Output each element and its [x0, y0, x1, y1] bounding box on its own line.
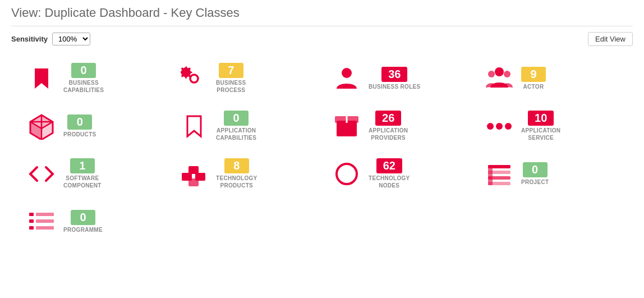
- svg-point-12: [487, 123, 494, 130]
- technology-products-label: TECHNOLOGYPRODUCTS: [216, 175, 257, 189]
- business-capabilities-label: BUSINESSCAPABILITIES: [63, 79, 104, 94]
- business-capabilities-count: 0: [71, 63, 96, 78]
- application-service-icon: [484, 111, 514, 141]
- svg-rect-16: [188, 166, 199, 174]
- business-process-count: 7: [219, 63, 243, 78]
- tile-technology-products[interactable]: 8 TECHNOLOGYPRODUCTS: [169, 153, 322, 195]
- application-providers-label: APPLICATIONPROVIDERS: [369, 127, 408, 141]
- svg-rect-9: [337, 121, 357, 136]
- svg-point-1: [342, 68, 352, 78]
- project-count: 0: [523, 162, 548, 177]
- project-info: 0 PROJECT: [521, 162, 549, 186]
- svg-rect-25: [29, 213, 34, 216]
- svg-rect-30: [36, 226, 54, 230]
- tile-programme[interactable]: 0 PROGRAMME: [17, 200, 169, 242]
- business-roles-count: 36: [381, 67, 407, 82]
- tile-application-providers[interactable]: 26 APPLICATIONPROVIDERS: [322, 105, 475, 147]
- svg-point-14: [505, 123, 512, 130]
- svg-rect-24: [488, 165, 493, 185]
- business-roles-icon: [331, 63, 362, 94]
- technology-nodes-icon: [331, 158, 362, 189]
- actor-icon: [484, 63, 514, 94]
- svg-rect-29: [29, 226, 34, 230]
- technology-products-count: 8: [224, 158, 249, 173]
- page-title: View: Duplicate Dashboard - Key Classes: [11, 6, 633, 26]
- actor-label: ACTOR: [523, 83, 544, 90]
- svg-point-19: [337, 164, 357, 184]
- svg-rect-18: [188, 178, 199, 186]
- application-capabilities-icon: [178, 111, 209, 141]
- programme-count: 0: [71, 210, 95, 225]
- svg-rect-26: [36, 213, 54, 216]
- svg-point-4: [504, 71, 510, 77]
- actor-count: 9: [521, 67, 546, 82]
- tile-business-process[interactable]: 7 BUSINESSPROCESS: [169, 57, 322, 99]
- project-icon: [484, 158, 514, 189]
- business-roles-info: 36 BUSINESS ROLES: [369, 67, 421, 90]
- application-capabilities-label: APPLICATIONCAPABILITIES: [216, 127, 256, 141]
- project-label: PROJECT: [521, 178, 549, 186]
- business-process-label: BUSINESSPROCESS: [216, 79, 246, 94]
- tile-business-roles[interactable]: 36 BUSINESS ROLES: [322, 57, 475, 99]
- tile-application-capabilities[interactable]: 0 APPLICATIONCAPABILITIES: [169, 105, 322, 147]
- software-component-info: 1 SOFTWARECOMPONENT: [63, 158, 102, 189]
- title-text: Duplicate Dashboard - Key Classes: [45, 6, 240, 20]
- tile-actor[interactable]: 9 ACTOR: [475, 57, 627, 99]
- application-providers-info: 26 APPLICATIONPROVIDERS: [369, 111, 408, 141]
- tile-software-component[interactable]: 1 SOFTWARECOMPONENT: [17, 153, 169, 195]
- tiles-grid: 0 BUSINESSCAPABILITIES 7 BUSINESSPROCESS…: [11, 57, 633, 242]
- technology-nodes-count: 62: [376, 158, 402, 173]
- actor-info: 9 ACTOR: [521, 67, 546, 90]
- programme-icon: [26, 206, 57, 237]
- business-capabilities-icon: [26, 63, 57, 94]
- business-process-icon: [178, 63, 209, 94]
- programme-info: 0 PROGRAMME: [63, 210, 103, 233]
- software-component-icon: [26, 158, 57, 189]
- edit-view-button[interactable]: Edit View: [588, 32, 633, 46]
- sensitivity-select[interactable]: 100% 75% 50%: [52, 33, 90, 45]
- application-service-count: 10: [528, 111, 554, 126]
- svg-point-2: [495, 67, 504, 76]
- application-capabilities-info: 0 APPLICATIONCAPABILITIES: [216, 111, 256, 141]
- business-capabilities-info: 0 BUSINESSCAPABILITIES: [63, 63, 104, 94]
- application-service-info: 10 APPLICATIONSERVICE: [521, 111, 560, 141]
- tile-products[interactable]: 0 PRODUCTS: [17, 105, 169, 147]
- technology-products-icon: [178, 158, 209, 189]
- toolbar: Sensitivity 100% 75% 50% Edit View: [11, 32, 633, 46]
- svg-rect-27: [29, 219, 34, 223]
- business-roles-label: BUSINESS ROLES: [369, 83, 421, 90]
- application-providers-count: 26: [375, 111, 401, 126]
- technology-nodes-info: 62 TECHNOLOGYNODES: [369, 158, 410, 189]
- products-count: 0: [67, 114, 92, 130]
- application-providers-icon: [331, 111, 362, 141]
- title-prefix: View:: [11, 6, 41, 20]
- products-icon: [26, 111, 57, 141]
- software-component-label: SOFTWARECOMPONENT: [63, 175, 102, 189]
- technology-nodes-label: TECHNOLOGYNODES: [369, 175, 410, 189]
- application-service-label: APPLICATIONSERVICE: [521, 127, 560, 141]
- programme-label: PROGRAMME: [63, 226, 103, 233]
- sensitivity-group: Sensitivity 100% 75% 50%: [11, 33, 90, 45]
- tile-business-capabilities[interactable]: 0 BUSINESSCAPABILITIES: [17, 57, 169, 99]
- svg-rect-28: [36, 219, 54, 223]
- products-info: 0 PRODUCTS: [63, 114, 96, 138]
- technology-products-info: 8 TECHNOLOGYPRODUCTS: [216, 158, 257, 189]
- tile-project[interactable]: 0 PROJECT: [475, 153, 627, 195]
- page: View: Duplicate Dashboard - Key Classes …: [0, 0, 644, 248]
- software-component-count: 1: [70, 158, 95, 173]
- svg-point-3: [488, 71, 495, 77]
- svg-point-0: [190, 75, 198, 82]
- tile-technology-nodes[interactable]: 62 TECHNOLOGYNODES: [322, 153, 475, 195]
- application-capabilities-count: 0: [224, 111, 249, 126]
- business-process-info: 7 BUSINESSPROCESS: [216, 63, 246, 94]
- tile-application-service[interactable]: 10 APPLICATIONSERVICE: [475, 105, 627, 147]
- sensitivity-label: Sensitivity: [11, 35, 48, 43]
- svg-point-13: [496, 123, 503, 130]
- products-label: PRODUCTS: [63, 131, 96, 138]
